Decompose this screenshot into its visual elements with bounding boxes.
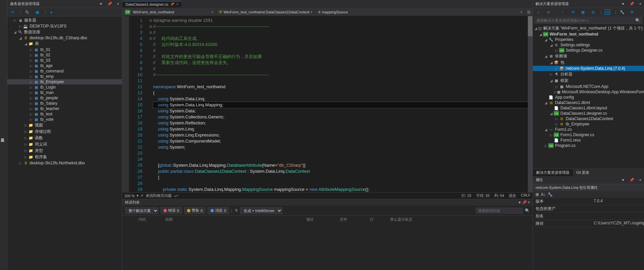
desktop-node[interactable]: ▷💻DESKTOP-3LV13FS <box>7 23 122 29</box>
prop-pin-icon[interactable]: 📌 <box>630 178 634 182</box>
netcore-linq-node[interactable]: ▷📦netcore-System.Data.Linq (7.0.4) <box>533 66 644 71</box>
dbml-designer-node[interactable]: ◢C#DataClasses1.designer.cs <box>533 111 644 116</box>
pin-icon[interactable]: ▾ <box>100 2 102 6</box>
analyzers-node[interactable]: ▷⚗分析器 <box>533 71 644 77</box>
solution-node[interactable]: ◢◫解决方案 'WinForm_test_northwind' (1 个项目，共… <box>533 25 644 32</box>
deps-node[interactable]: ◢⊞依赖项 <box>533 53 644 59</box>
errors-filter[interactable]: 错误 0 <box>160 207 182 214</box>
properties-icon[interactable]: ⊡ <box>605 9 610 15</box>
table-row[interactable]: ▷▦tb_vote <box>7 117 122 122</box>
project-node[interactable]: ◢C#WinForm_test_northwind <box>533 32 644 37</box>
tables-folder[interactable]: ◢📁表 <box>7 41 122 47</box>
prop-wrench-icon[interactable]: 🔧 <box>548 192 553 197</box>
table-row[interactable]: ▷▦tb_03 <box>7 58 122 63</box>
dropdown-icon[interactable]: 📌 <box>107 2 112 6</box>
frameworks-node[interactable]: ◢▦框架 <box>533 77 644 84</box>
northwind-node[interactable]: ▷🛢desktop-3lv13fs.Northwind.dbo <box>7 160 122 166</box>
fw2-node[interactable]: ▷▦Microsoft.WindowsDesktop.App.WindowsFo… <box>533 89 644 95</box>
servers-node[interactable]: ▷🖥服务器 <box>7 17 122 23</box>
views-folder[interactable]: ▷📁视图 <box>7 122 122 128</box>
zoom-caret[interactable]: ▾ <box>137 194 139 198</box>
property-row[interactable]: 版本7.0.4 <box>533 198 644 205</box>
dbml-node[interactable]: ◢⊞DataClasses1.dbml <box>533 100 644 105</box>
scope-dropdown[interactable]: 整个解决方案 <box>125 207 158 214</box>
table-row[interactable]: ▷▦tb_command <box>7 68 122 74</box>
datacontext-node[interactable]: ▷⚙DataClasses1DataContext <box>533 116 644 121</box>
property-row[interactable]: 包含的资产 <box>533 205 644 213</box>
table-row[interactable]: ▷▦tb_man <box>7 90 122 95</box>
table-row[interactable]: ▷▦tb_Login <box>7 85 122 90</box>
collapse-icon[interactable]: ⊟ <box>590 9 596 15</box>
property-row[interactable]: 路径C:\Users\YCZN_MT\.nuget\packa <box>533 220 644 227</box>
dbconn-node[interactable]: ◢🛢desktop-3lv13fs.db_CSharp.dbo <box>7 35 122 41</box>
sp-folder[interactable]: ▷📁存储过程 <box>7 128 122 135</box>
table-row[interactable]: ▷▦tb_age <box>7 63 122 68</box>
assemblies-folder[interactable]: ▷📁程序集 <box>7 154 122 160</box>
split-icon[interactable]: ⊞ <box>525 10 533 14</box>
editor-tab[interactable]: DataClasses1.designer.cs 📌 × <box>122 1 182 7</box>
code-editor[interactable]: 1234567891011121314151617181920212223242… <box>122 16 533 192</box>
warnings-filter[interactable]: 警告 0 <box>184 207 205 214</box>
sol-close-icon[interactable]: × <box>639 2 641 6</box>
zoom-level[interactable]: 100 % <box>124 194 135 198</box>
form1-node[interactable]: ◢▭Form1.cs <box>533 127 644 132</box>
properties-node[interactable]: ◢🔧Properties <box>533 37 644 42</box>
table-row[interactable]: ▷▦tb_02 <box>7 52 122 58</box>
settings-designer-node[interactable]: ▷C#Settings.Designer.cs <box>533 48 644 53</box>
errlist-dropdown-icon[interactable]: ▾ <box>519 200 521 204</box>
home-icon[interactable]: ⌂ <box>536 9 541 15</box>
error-search[interactable] <box>476 208 523 214</box>
tbemp-node[interactable]: ▷⚙tb_Employee <box>533 121 644 127</box>
categorize-icon[interactable]: ⊞ <box>536 192 539 197</box>
fw1-node[interactable]: ▷▦Microsoft.NETCore.App <box>533 84 644 89</box>
prop-close-icon[interactable]: × <box>639 178 641 182</box>
nav-member-dropdown[interactable]: ◈mappingSource▾ <box>315 8 525 16</box>
program-node[interactable]: ▷C#Program.cs <box>533 143 644 148</box>
table-row[interactable]: ▷▦tb_01 <box>7 47 122 52</box>
nav-class-dropdown[interactable]: ⚙WinForm_test_northwind.DataClasses1Data… <box>216 8 315 16</box>
table-row[interactable]: ▷▦tb_Employee <box>7 79 122 85</box>
tab-git-changes[interactable]: Git 更改 <box>573 169 593 176</box>
errlist-pin-icon[interactable]: 📌 <box>522 200 527 204</box>
packages-node[interactable]: ◢📦包 <box>533 59 644 66</box>
func-folder[interactable]: ▷📁函数 <box>7 135 122 141</box>
dataconn-node[interactable]: ◢🔌数据连接 <box>7 29 122 35</box>
search-icon[interactable]: 🔍 <box>635 18 640 23</box>
sol-dropdown-icon[interactable]: ▾ <box>622 2 624 6</box>
search-icon[interactable]: 🔍 <box>525 208 530 213</box>
tab-close-icon[interactable]: × <box>176 2 178 6</box>
table-row[interactable]: ▷▦tb_Salary <box>7 101 122 106</box>
editor-scrollbar[interactable] <box>528 16 533 192</box>
form1-resx-node[interactable]: 📄Form1.resx <box>533 138 644 143</box>
breakpoint-margin[interactable] <box>122 16 129 192</box>
add-server-icon[interactable]: ▸ <box>49 9 54 15</box>
tab-pin-icon[interactable]: 📌 <box>170 2 174 6</box>
build-dropdown[interactable]: 生成 + IntelliSense <box>240 207 282 214</box>
appconfig-node[interactable]: 📄App.config <box>533 95 644 100</box>
errlist-close-icon[interactable]: × <box>528 200 530 204</box>
tab-solution-explorer[interactable]: 解决方案资源管理器 <box>533 169 573 176</box>
table-row[interactable]: ▷▦tb_people <box>7 95 122 101</box>
form1-designer-node[interactable]: ▷C#Form1.Designer.cs <box>533 132 644 138</box>
solution-search-input[interactable] <box>537 18 635 22</box>
solution-search[interactable]: 🔍 <box>534 17 643 24</box>
nav-down-icon[interactable]: ▾ <box>176 194 178 198</box>
filter-icon[interactable]: ⚗ <box>234 208 238 213</box>
sol-pin-icon[interactable]: 📌 <box>630 2 634 6</box>
code-content[interactable]: #pragma warning disable 1591//----------… <box>153 16 533 192</box>
preview-icon[interactable]: 👁 <box>630 9 635 15</box>
types-folder[interactable]: ▷📁类型 <box>7 148 122 154</box>
switch-view-icon[interactable]: ⇄ <box>546 9 551 15</box>
table-row[interactable]: ▷▦tb_emp <box>7 74 122 79</box>
table-row[interactable]: ▷▦tb_test <box>7 111 122 117</box>
messages-filter[interactable]: 消息 0 <box>208 207 229 214</box>
nav-project-dropdown[interactable]: C#WinForm_test_northwind▾ <box>122 8 216 16</box>
alpha-sort-icon[interactable]: A↓ <box>541 192 546 197</box>
connect-icon[interactable]: 🔌 <box>25 9 30 15</box>
synonyms-folder[interactable]: ▷📁同义词 <box>7 141 122 148</box>
table-row[interactable]: ▷▦tb_teacher <box>7 106 122 111</box>
dbml-layout-node[interactable]: 📄DataClasses1.dbml.layout <box>533 105 644 111</box>
back-icon[interactable]: ← <box>560 9 565 15</box>
property-row[interactable]: 别名 <box>533 213 644 220</box>
fold-margin[interactable]: ⊟⊟⊟⊟ <box>148 16 153 192</box>
